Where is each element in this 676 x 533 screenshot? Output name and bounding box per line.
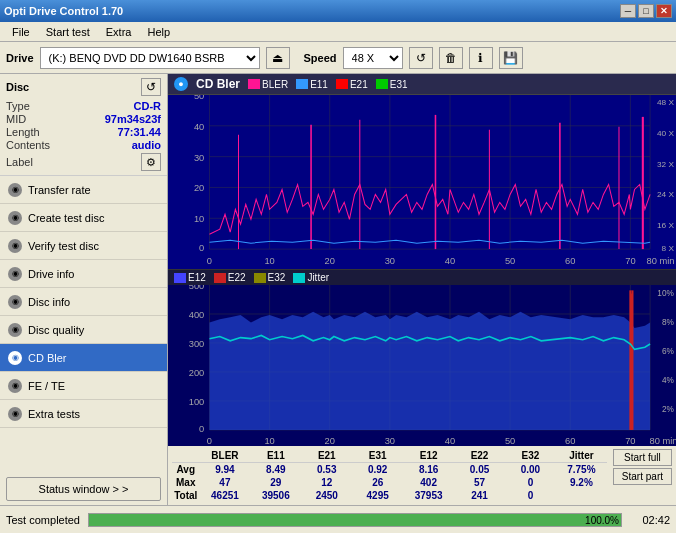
svg-marker-57 <box>209 312 650 430</box>
stats-max-jitter: 9.2% <box>556 476 607 489</box>
e12-label: E12 <box>188 272 206 283</box>
svg-text:24 X: 24 X <box>657 191 675 200</box>
svg-text:10: 10 <box>194 214 204 224</box>
stats-max-bler: 47 <box>199 476 250 489</box>
progress-percent: 100.0% <box>585 514 619 528</box>
stats-avg-e11: 8.49 <box>250 463 301 476</box>
eject-button[interactable]: ⏏ <box>266 47 290 69</box>
stats-max-e12: 402 <box>403 476 454 489</box>
chart-title: CD Bler <box>196 77 240 91</box>
stats-avg-jitter: 7.75% <box>556 463 607 476</box>
maximize-button[interactable]: □ <box>638 4 654 18</box>
nav-fe-te-label: FE / TE <box>28 380 65 392</box>
svg-text:30: 30 <box>385 256 395 266</box>
legend-e21: E21 <box>336 79 368 90</box>
svg-text:80 min: 80 min <box>646 256 674 266</box>
stats-avg-e31: 0.92 <box>352 463 403 476</box>
nav-disc-info[interactable]: ◉ Disc info <box>0 288 167 316</box>
nav-transfer-rate[interactable]: ◉ Transfer rate <box>0 176 167 204</box>
stats-avg-e22: 0.05 <box>454 463 505 476</box>
nav-create-test-disc[interactable]: ◉ Create test disc <box>0 204 167 232</box>
svg-text:8%: 8% <box>662 317 674 327</box>
svg-text:8 X: 8 X <box>661 244 674 253</box>
nav-fe-te[interactable]: ◉ FE / TE <box>0 372 167 400</box>
menu-help[interactable]: Help <box>139 24 178 40</box>
legend-e32: E32 <box>254 272 286 283</box>
start-part-button[interactable]: Start part <box>613 468 672 485</box>
nav-extra-tests[interactable]: ◉ Extra tests <box>0 400 167 428</box>
nav-verify-test-disc-label: Verify test disc <box>28 240 99 252</box>
elapsed-time: 02:42 <box>630 514 670 526</box>
menu-start-test[interactable]: Start test <box>38 24 98 40</box>
stats-total-e32: 0 <box>505 489 556 502</box>
speed-select[interactable]: 48 X <box>343 47 403 69</box>
disc-contents-value: audio <box>132 139 161 151</box>
stats-total-e11: 39506 <box>250 489 301 502</box>
svg-text:100: 100 <box>189 396 205 407</box>
svg-text:40 X: 40 X <box>657 129 675 138</box>
stats-e11-header: E11 <box>250 449 301 462</box>
svg-text:2%: 2% <box>662 404 674 414</box>
disc-label-edit-button[interactable]: ⚙ <box>141 153 161 171</box>
menu-bar: File Start test Extra Help <box>0 22 676 42</box>
lower-legend: E12 E22 E32 Jitter <box>168 270 676 285</box>
disc-title: Disc <box>6 81 29 93</box>
jitter-color <box>293 273 305 283</box>
upper-chart-svg: 50 40 30 20 10 0 48 X 40 X 32 X 24 X 16 … <box>168 95 676 269</box>
refresh-button[interactable]: ↺ <box>409 47 433 69</box>
menu-extra[interactable]: Extra <box>98 24 140 40</box>
svg-text:500: 500 <box>189 285 205 291</box>
upper-chart: 50 40 30 20 10 0 48 X 40 X 32 X 24 X 16 … <box>168 95 676 270</box>
svg-text:0: 0 <box>199 423 204 434</box>
svg-text:30: 30 <box>385 435 395 446</box>
stats-data: BLER E11 E21 E31 E12 E22 E32 Jitter Avg … <box>172 449 607 502</box>
nav-disc-info-label: Disc info <box>28 296 70 308</box>
svg-text:60: 60 <box>565 256 575 266</box>
erase-button[interactable]: 🗑 <box>439 47 463 69</box>
svg-text:400: 400 <box>189 309 205 320</box>
svg-text:70: 70 <box>625 435 635 446</box>
menu-file[interactable]: File <box>4 24 38 40</box>
nav-disc-quality[interactable]: ◉ Disc quality <box>0 316 167 344</box>
stats-max-e22: 57 <box>454 476 505 489</box>
svg-text:32 X: 32 X <box>657 160 675 169</box>
disc-label-label: Label <box>6 156 33 168</box>
start-full-button[interactable]: Start full <box>613 449 672 466</box>
window-controls: ─ □ ✕ <box>620 4 672 18</box>
stats-total-e12: 37953 <box>403 489 454 502</box>
legend-e31: E31 <box>376 79 408 90</box>
close-button[interactable]: ✕ <box>656 4 672 18</box>
info-button[interactable]: ℹ <box>469 47 493 69</box>
svg-text:20: 20 <box>194 184 204 194</box>
svg-text:300: 300 <box>189 338 205 349</box>
nav-cd-bler-label: CD Bler <box>28 352 67 364</box>
svg-text:10: 10 <box>264 256 274 266</box>
e31-label: E31 <box>390 79 408 90</box>
upper-legend: BLER E11 E21 E31 <box>248 79 408 90</box>
disc-section: Disc ↺ Type CD-R MID 97m34s23f Length 77… <box>0 74 167 176</box>
svg-text:70: 70 <box>625 256 635 266</box>
svg-text:20: 20 <box>325 256 335 266</box>
title-bar: Opti Drive Control 1.70 ─ □ ✕ <box>0 0 676 22</box>
nav-cd-bler[interactable]: ◉ CD Bler <box>0 344 167 372</box>
save-button[interactable]: 💾 <box>499 47 523 69</box>
disc-length-value: 77:31.44 <box>118 126 161 138</box>
minimize-button[interactable]: ─ <box>620 4 636 18</box>
stats-max-e21: 12 <box>301 476 352 489</box>
status-window-button[interactable]: Status window > > <box>6 477 161 501</box>
chart-header: ● CD Bler BLER E11 E21 E31 <box>168 74 676 95</box>
disc-type-label: Type <box>6 100 30 112</box>
drive-select[interactable]: (K:) BENQ DVD DD DW1640 BSRB <box>40 47 260 69</box>
disc-refresh-button[interactable]: ↺ <box>141 78 161 96</box>
nav-verify-test-disc[interactable]: ◉ Verify test disc <box>0 232 167 260</box>
charts-container: 50 40 30 20 10 0 48 X 40 X 32 X 24 X 16 … <box>168 95 676 446</box>
create-test-disc-icon: ◉ <box>8 211 22 225</box>
e21-color <box>336 79 348 89</box>
stats-total-e31: 4295 <box>352 489 403 502</box>
disc-type-value: CD-R <box>134 100 162 112</box>
lower-chart-svg: 500 400 300 200 100 0 10% 8% 6% 4% 2% 0 … <box>168 285 676 446</box>
nav-drive-info[interactable]: ◉ Drive info <box>0 260 167 288</box>
svg-text:20: 20 <box>325 435 335 446</box>
svg-text:10%: 10% <box>657 288 674 298</box>
svg-text:40: 40 <box>445 256 455 266</box>
